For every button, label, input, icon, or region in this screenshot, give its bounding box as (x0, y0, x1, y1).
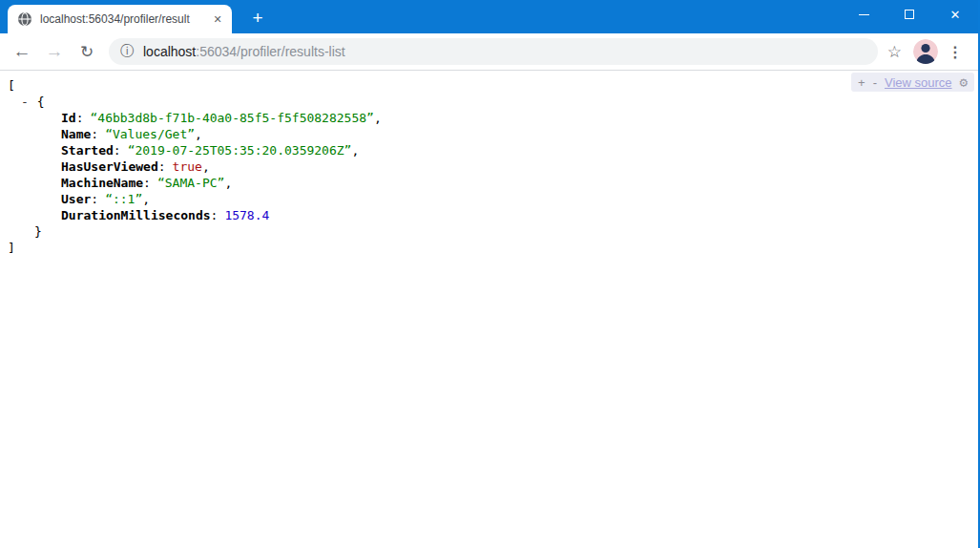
minimize-icon (859, 14, 869, 15)
json-entry: MachineName:“SAMA-PC”, (8, 175, 978, 191)
json-value: “Values/Get” (105, 127, 195, 141)
url-path: :56034/profiler/results-list (196, 44, 344, 59)
json-object-open-line: -{ (8, 94, 978, 110)
json-colon: : (158, 159, 166, 174)
json-entries: Id:“46bb3d8b-f71b-40a0-85f5-f5f508282558… (8, 110, 978, 223)
view-source-link[interactable]: View source (885, 75, 952, 90)
new-tab-button[interactable]: + (243, 7, 272, 30)
tab-title: localhost:56034/profiler/result (40, 12, 209, 27)
url-text: localhost:56034/profiler/results-list (143, 44, 345, 59)
json-entry: Id:“46bb3d8b-f71b-40a0-85f5-f5f508282558… (8, 110, 978, 126)
json-key: DurationMilliseconds (61, 208, 211, 222)
bookmark-star-icon[interactable]: ☆ (887, 42, 902, 62)
minimize-button[interactable] (841, 0, 886, 29)
json-colon: : (143, 176, 151, 190)
profile-avatar[interactable] (913, 39, 938, 64)
json-key: User (61, 192, 91, 206)
json-value: true (173, 159, 202, 174)
window-controls: ✕ (841, 0, 978, 29)
json-close-bracket: ] (8, 240, 978, 256)
reload-button[interactable]: ↻ (73, 37, 101, 66)
close-icon: ✕ (950, 9, 961, 21)
collapse-all-button[interactable]: - (873, 75, 877, 90)
navigation-toolbar: ← → ↻ ⓘ localhost:56034/profiler/results… (0, 33, 978, 71)
json-key: HasUserViewed (61, 159, 158, 174)
json-key: MachineName (61, 176, 143, 190)
forward-button[interactable]: → (40, 37, 69, 66)
page-info-icon[interactable]: ⓘ (120, 43, 134, 60)
json-key: Started (61, 143, 114, 158)
json-value: “::1” (105, 192, 142, 206)
json-colon: : (91, 127, 98, 141)
json-key: Name (61, 127, 91, 141)
json-key: Id (61, 111, 76, 125)
json-comma: , (202, 159, 210, 174)
browser-window: localhost:56034/profiler/result ✕ + ✕ ← … (0, 0, 980, 548)
collapse-toggle[interactable]: - (21, 94, 29, 110)
json-colon: : (76, 111, 84, 125)
browser-tab[interactable]: localhost:56034/profiler/result ✕ (8, 5, 232, 33)
json-colon: : (114, 143, 121, 158)
json-entry: HasUserViewed:true, (8, 158, 978, 175)
title-bar: localhost:56034/profiler/result ✕ + ✕ (0, 0, 978, 33)
jsonview-toolbar: + - View source ⚙ (851, 73, 974, 92)
maximize-button[interactable] (886, 0, 932, 29)
url-host: localhost (143, 44, 196, 59)
json-value: “2019-07-25T05:35:20.0359206Z” (128, 143, 352, 158)
json-comma: , (195, 127, 202, 141)
json-value: “46bb3d8b-f71b-40a0-85f5-f5f508282558” (90, 111, 373, 125)
page-content: + - View source ⚙ [ -{ Id:“46bb3d8b-f71b… (0, 71, 978, 547)
json-entry: User:“::1”, (8, 191, 978, 207)
json-close-brace: } (8, 223, 978, 240)
address-bar[interactable]: ⓘ localhost:56034/profiler/results-list (109, 38, 878, 65)
gear-icon[interactable]: ⚙ (960, 74, 968, 90)
json-entry: Started:“2019-07-25T05:35:20.0359206Z”, (8, 142, 978, 158)
json-entry: DurationMilliseconds:1578.4 (8, 207, 978, 223)
json-open-bracket: [ (8, 77, 978, 94)
json-value: 1578.4 (224, 208, 269, 222)
json-comma: , (351, 143, 359, 158)
json-comma: , (224, 176, 232, 190)
json-entry: Name:“Values/Get”, (8, 126, 978, 142)
json-open-brace: { (37, 94, 45, 110)
back-button[interactable]: ← (8, 37, 36, 66)
browser-menu-icon[interactable]: ⋮ (948, 43, 963, 61)
json-comma: , (142, 192, 150, 206)
globe-icon (17, 11, 32, 27)
maximize-icon (905, 10, 914, 19)
json-value: “SAMA-PC” (157, 176, 224, 190)
expand-all-button[interactable]: + (858, 75, 865, 90)
close-button[interactable]: ✕ (932, 0, 978, 29)
json-colon: : (211, 208, 219, 222)
tab-close-icon[interactable]: ✕ (209, 11, 226, 28)
json-comma: , (374, 111, 382, 125)
json-colon: : (91, 192, 98, 206)
